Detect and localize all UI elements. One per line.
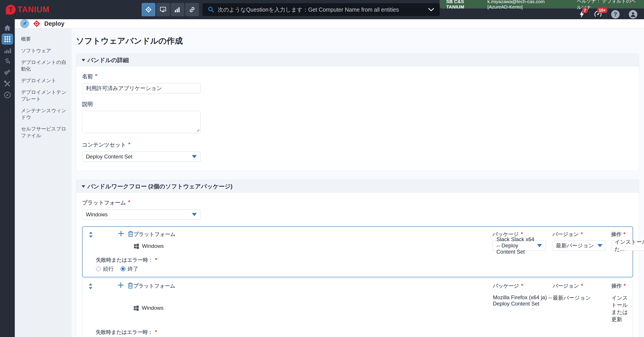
section-title: バンドルワークフロー (2個のソフトウェアパッケージ) [88,183,232,190]
column-operation-label: 操作* [611,230,628,238]
user-avatar[interactable] [629,10,637,18]
sidebar-item-overview[interactable]: 概要 [15,33,72,45]
tanium-logo: TANIUM [6,5,50,14]
computer-icon [160,6,166,13]
environment-banner: SB C&S TANIUM k.miyazawa@tech-cas.com [A… [440,0,644,8]
column-version-label: バージョン* [552,230,611,238]
help-button[interactable]: ? [611,10,620,18]
radio-continue[interactable]: 続行 [96,265,114,272]
description-textarea[interactable] [82,111,200,133]
content-set-select[interactable]: Deploy Content Set [82,152,200,162]
reporting-module-button[interactable] [170,3,184,16]
required-asterisk: * [95,73,97,80]
radio-checked-icon[interactable] [120,266,126,271]
sidebar-item-deployment-templates[interactable]: デプロイメントテンプレート [15,86,72,105]
radio-icon[interactable] [96,266,101,271]
rail-explore-button[interactable] [2,89,13,101]
deploy-module-button[interactable] [142,3,156,16]
search-chevron-down-icon[interactable] [428,7,434,12]
tools-icon [4,80,11,88]
version-select[interactable]: 最新バージョン [552,241,606,251]
name-input[interactable] [82,83,200,93]
rail-administration-button[interactable] [2,67,13,78]
tanium-logo-text: TANIUM [18,5,50,14]
column-platform-label: プラットフォーム [133,282,493,289]
bar-chart-icon [4,47,11,54]
home-icon [4,24,11,31]
content-set-label: コンテンツセット* [82,141,633,148]
platform-select[interactable]: Windows [82,209,200,220]
delete-package-button[interactable] [128,230,134,237]
notifications-button[interactable]: 7 [579,10,585,18]
grid-icon [4,35,11,43]
top-right-area: SB C&S TANIUM k.miyazawa@tech-cas.com [A… [440,0,644,19]
radio-stop[interactable]: 終了 [120,265,138,272]
required-asterisk: * [128,199,130,206]
actions-button[interactable]: 10+ [594,10,602,18]
column-package-label: パッケージ* [493,282,553,289]
link-icon [188,6,196,13]
top-icons-row: 7 10+ ? [579,9,644,19]
rail-content-button[interactable] [2,56,13,67]
package-row-slack[interactable]: プラットフォーム パッケージ* バージョン* 操作* [82,226,633,277]
drag-handle-icon[interactable] [86,230,96,251]
delete-package-button[interactable] [128,282,133,289]
add-package-button[interactable] [118,230,124,237]
divider [589,11,590,18]
app-rail [0,19,15,337]
target-icon [145,6,152,13]
bundle-details-panel: バンドルの詳細 名前* 説明 [76,54,639,171]
chevron-down-icon [537,244,542,247]
description-label: 説明 [82,101,633,108]
rail-home-button[interactable] [2,22,13,33]
connect-module-button[interactable] [185,3,199,16]
question-search-bar[interactable] [202,3,440,16]
tenant-name: SB C&S TANIUM [446,0,478,9]
pin-button[interactable] [20,19,29,28]
rail-reports-button[interactable] [2,45,13,56]
layers-icon [4,58,11,65]
row-platform-value: Windows [134,241,492,251]
rail-modules-button[interactable] [2,33,13,45]
drag-handle-icon[interactable] [86,282,96,323]
windows-icon [133,305,139,311]
rail-tools-button[interactable] [2,78,13,89]
sidebar-item-maintenance-windows[interactable]: メンテナンスウィンドウ [15,105,72,123]
operation-select[interactable]: インストールまた... [611,241,644,251]
operation-value: インストールまたは更新 [611,294,628,323]
actions-badge: 10+ [597,7,608,13]
package-row-firefox[interactable]: プラットフォーム パッケージ* バージョン* 操作* [82,278,633,337]
resize-grip-icon[interactable] [196,128,200,132]
search-input[interactable] [218,6,428,13]
divider [624,11,624,18]
main-content: ソフトウェアバンドルの作成 バンドルの詳細 名前* [72,28,644,337]
required-asterisk: * [128,141,130,148]
column-platform-label: プラットフォーム [134,230,492,238]
module-switcher [142,3,199,16]
row-platform-value: Windows [133,293,493,323]
section-title: バンドルの詳細 [88,56,129,64]
failure-label: 失敗時またはエラー時：* [96,328,611,336]
sidebar-item-software[interactable]: ソフトウェア [15,45,72,56]
bundle-details-header[interactable]: バンドルの詳細 [76,54,639,67]
endpoint-module-button[interactable] [156,3,170,16]
package-select[interactable]: Slack Slack x64 -- Deploy Content Set [492,241,546,251]
sidebar-item-deployment-automation[interactable]: デプロイメントの自動化 [15,56,72,75]
gears-icon [4,69,11,76]
sidebar-item-self-service-profiles[interactable]: セルフサービスプロファイル [15,123,72,141]
sidebar-item-deployments[interactable]: デプロイメント [15,75,72,86]
module-header-bar: Deploy [15,19,644,28]
bundle-workflow-header[interactable]: バンドルワークフロー (2個のソフトウェアパッケージ) [76,180,639,193]
pushpin-icon [22,21,27,26]
collapse-caret-icon [82,185,85,188]
add-package-button[interactable] [118,282,124,288]
windows-icon [134,243,139,249]
column-operation-label: 操作* [611,282,628,289]
name-label: 名前* [82,73,633,80]
chevron-down-icon [598,244,602,247]
chevron-down-icon [192,155,197,158]
platform-label: プラットフォーム* [82,199,633,206]
module-title: Deploy [44,20,64,27]
failure-label: 失敗時またはエラー時：* [96,256,611,264]
deploy-sidebar: 概要 ソフトウェア デプロイメントの自動化 デプロイメント デプロイメントテンプ… [15,28,72,337]
